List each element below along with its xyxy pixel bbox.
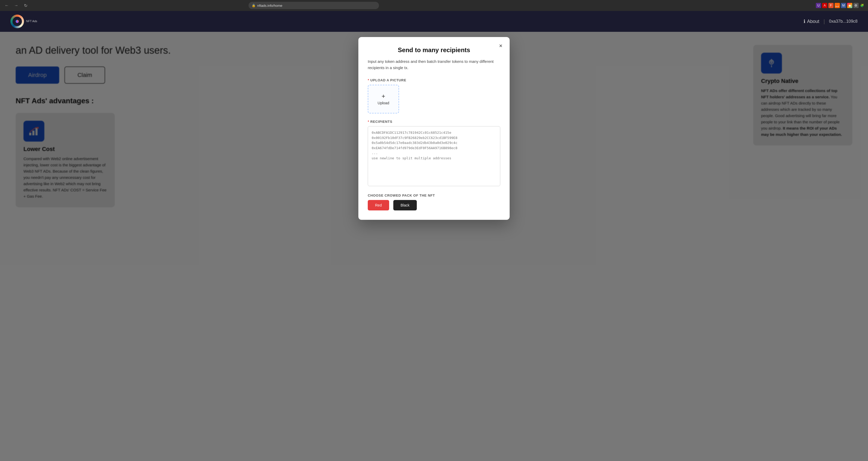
crowed-label: CHOOSE CROWED PACK OF THE NFT [368,193,500,197]
modal-dialog: × Send to many recipients Input any toke… [359,37,509,220]
wallet-address: 0xa37b...109c8 [829,19,858,24]
ext-icon-3: F [828,3,834,8]
main-content: an AD delivery tool for Web3 users. Aird… [0,32,868,461]
about-label: About [807,19,819,24]
upload-section: * UPLOAD A PICTURE + Upload [368,78,500,114]
recipients-label: * RECIPIENTS [368,120,500,124]
forward-button[interactable]: → [12,2,20,9]
about-button[interactable]: ℹ About [804,19,819,24]
upload-required-star: * [368,78,369,82]
ext-icon-settings[interactable]: ⚙ [854,3,859,8]
browser-extensions: U A F 🦊 M ◉ ⚙ 🧩 [816,3,865,8]
browser-chrome: ← → ↻ 🔒 nftads.info/home U A F 🦊 M ◉ ⚙ 🧩 [0,0,868,11]
crowed-black-button[interactable]: Black [393,200,417,210]
modal-title: Send to many recipients [368,47,500,54]
ext-icon-puzzle[interactable]: 🧩 [860,3,865,8]
crowed-section: CHOOSE CROWED PACK OF THE NFT Red Black [368,193,500,210]
ext-icon-5: M [841,3,846,8]
recipients-textarea[interactable] [368,126,500,186]
logo-icon [10,14,24,28]
ext-icon-4: 🦊 [835,3,840,8]
modal-close-button[interactable]: × [497,42,505,50]
url-text: nftads.info/home [257,4,282,7]
crowed-buttons: Red Black [368,200,500,210]
upload-box[interactable]: + Upload [368,85,399,114]
modal-overlay: × Send to many recipients Input any toke… [0,32,868,461]
header-right: ℹ About | 0xa37b...109c8 [804,19,858,25]
site-header: NFT Ads ℹ About | 0xa37b...109c8 [0,11,868,32]
ext-icon-6: ◉ [847,3,852,8]
url-bar[interactable]: 🔒 nftads.info/home [249,2,379,9]
header-divider: | [824,19,825,25]
upload-label: * UPLOAD A PICTURE [368,78,500,82]
logo-text: NFT Ads [26,20,37,23]
upload-label-text: UPLOAD A PICTURE [370,78,406,82]
ext-icon-1: U [816,3,821,8]
info-icon: ℹ [804,19,805,24]
ext-icon-2: A [822,3,827,8]
upload-plus-icon: + [381,93,385,99]
upload-text: Upload [378,101,389,105]
recipients-label-text: RECIPIENTS [370,120,393,124]
logo-container: NFT Ads [10,14,37,28]
crowed-red-button[interactable]: Red [368,200,389,210]
recipients-section: * RECIPIENTS [368,120,500,187]
modal-description: Input any token address and then batch t… [368,58,500,71]
refresh-button[interactable]: ↻ [22,2,29,9]
back-button[interactable]: ← [3,2,10,9]
recipients-required-star: * [368,120,369,124]
